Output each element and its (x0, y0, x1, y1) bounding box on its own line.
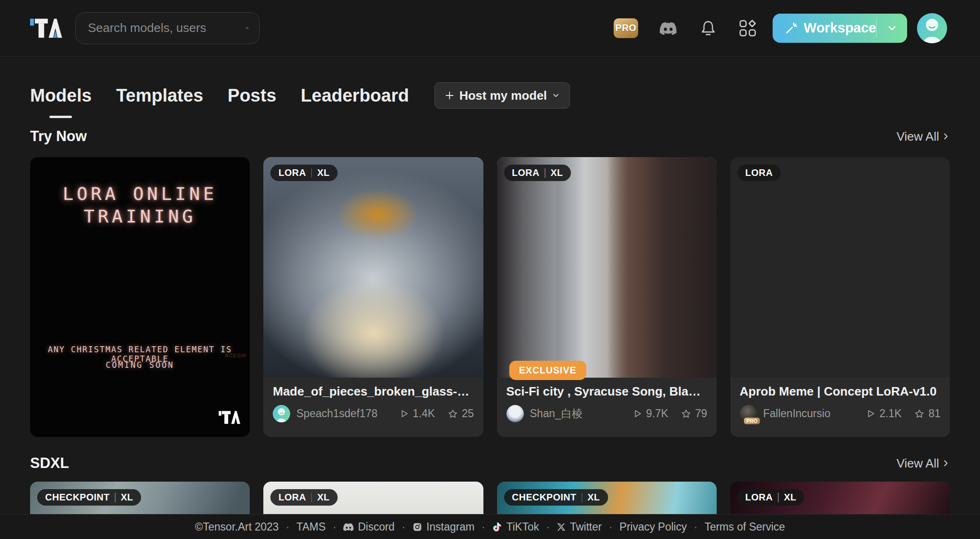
model-type-badge: LORA XL (504, 165, 571, 181)
model-type-badge: LORAXL (737, 489, 805, 506)
model-card-image-scifi-city[interactable]: LORA XL EXCLUSIVE (497, 157, 717, 378)
author-avatar[interactable]: PRO (740, 405, 757, 422)
notifications-bell-icon[interactable] (700, 20, 716, 37)
badge-lora: LORA (278, 167, 306, 178)
tensor-art-homepage: { "header": { "logo": "TA", "search": { … (0, 0, 980, 539)
stars-stat[interactable]: 81 (914, 407, 940, 420)
pro-badge[interactable]: PRO (614, 18, 638, 38)
footer-link-tams[interactable]: TAMS (296, 521, 325, 533)
model-card-scifi-city[interactable]: LORA XL EXCLUSIVE Sci-Fi city , Syracuse… (497, 157, 717, 437)
search-icon[interactable] (245, 22, 249, 35)
tab-models[interactable]: Models (30, 86, 92, 106)
model-stats: 1.4K 25 (399, 407, 474, 420)
play-icon (632, 409, 642, 419)
sdxl-view-all-link[interactable]: View All (896, 456, 950, 471)
model-title[interactable]: Aprob Meme | Concept LoRA-v1.0 (740, 384, 940, 399)
host-my-model-button[interactable]: Host my model (435, 82, 570, 109)
footer-separator: · (402, 521, 405, 533)
tab-leaderboard[interactable]: Leaderboard (301, 86, 409, 106)
author-row: Speach1sdef178 1.4K 25 (273, 405, 474, 422)
model-stats: 2.1K 81 (866, 407, 940, 420)
x-twitter-icon (557, 523, 566, 531)
author-name[interactable]: Shan_白棱 (530, 406, 632, 421)
footer-link-terms-of-service[interactable]: Terms of Service (704, 521, 785, 533)
magic-wand-icon (785, 21, 798, 35)
section-title-sdxl: SDXL (30, 455, 69, 472)
host-my-model-label: Host my model (459, 88, 547, 103)
author-name[interactable]: Speach1sdef178 (296, 407, 399, 420)
chevron-right-icon (941, 132, 950, 141)
model-type-badge: LORAXL (270, 489, 338, 506)
model-title[interactable]: Made_of_pieces_broken_glass-Pie... (273, 384, 474, 399)
view-all-label: View All (896, 456, 939, 471)
author-avatar[interactable] (273, 405, 290, 422)
model-card-footer: Aprob Meme | Concept LoRA-v1.0 PRO Falle… (730, 378, 950, 437)
runs-stat: 9.7K (632, 407, 668, 420)
user-avatar[interactable] (917, 13, 947, 43)
host-chevron-down-icon (552, 91, 560, 100)
footer-copyright: ©Tensor.Art 2023 (195, 521, 279, 533)
footer-link-privacy-policy[interactable]: Privacy Policy (619, 521, 687, 533)
tab-templates[interactable]: Templates (116, 86, 203, 106)
workspace-button[interactable]: Workspace (773, 14, 907, 43)
stars-stat[interactable]: 79 (681, 407, 707, 420)
sdxl-section-header: SDXL View All (30, 455, 950, 472)
author-pro-badge: PRO (744, 418, 760, 424)
star-icon (681, 409, 691, 419)
footer-separator: · (482, 521, 485, 533)
workspace-label: Workspace (804, 20, 876, 36)
discord-icon[interactable] (660, 22, 677, 35)
footer-link-discord[interactable]: Discord (343, 521, 395, 533)
tab-posts[interactable]: Posts (228, 86, 276, 106)
model-card-image-lion-crown[interactable]: LORA XL (263, 157, 483, 378)
try-now-card-grid: LORA ONLINE TRAINING ANY CHRISTMAS RELAT… (30, 157, 950, 437)
model-card-image-anime-girl[interactable]: LORA (730, 157, 950, 378)
badge-divider (545, 168, 545, 178)
star-icon (448, 409, 458, 419)
author-row: Shan_白棱 9.7K 79 (506, 405, 707, 422)
tensor-art-logo[interactable] (30, 17, 62, 40)
discord-icon (343, 523, 354, 531)
model-type-badge: LORA (737, 165, 781, 181)
model-stats: 9.7K 79 (632, 407, 707, 420)
author-avatar[interactable] (506, 405, 524, 422)
workspace-chevron-down-icon[interactable] (877, 23, 907, 34)
footer-separator: · (546, 521, 550, 533)
model-type-badge: CHECKPOINTXL (37, 489, 141, 506)
try-now-section-header: Try Now View All (30, 128, 950, 145)
star-icon (914, 409, 925, 419)
play-icon (866, 409, 876, 419)
promo-watermark: ACEGIF (225, 353, 247, 358)
try-now-view-all-link[interactable]: View All (896, 129, 950, 144)
model-card-footer: Sci-Fi city , Syracuse Song, Black a... … (497, 378, 717, 437)
top-navbar: PRO Workspace (0, 0, 980, 56)
lora-online-training-promo-card[interactable]: LORA ONLINE TRAINING ANY CHRISTMAS RELAT… (30, 157, 250, 437)
model-title[interactable]: Sci-Fi city , Syracuse Song, Black a... (506, 384, 707, 399)
plus-icon (444, 90, 455, 101)
runs-stat: 2.1K (866, 407, 901, 420)
section-title-try-now: Try Now (30, 128, 87, 145)
footer-link-instagram[interactable]: Instagram (412, 521, 474, 533)
promo-ta-logo (219, 410, 240, 425)
footer-link-twitter[interactable]: Twitter (557, 521, 602, 533)
footer-separator: · (694, 521, 697, 533)
footer-separator: · (286, 521, 290, 533)
search-bar[interactable] (75, 12, 260, 44)
stars-stat[interactable]: 25 (448, 407, 474, 420)
model-card-broken-glass[interactable]: LORA XL Made_of_pieces_broken_glass-Pie.… (263, 157, 483, 437)
runs-stat: 1.4K (399, 407, 435, 420)
author-row: PRO FallenIncursio 2.1K 81 (740, 405, 940, 422)
model-card-aprob-meme[interactable]: LORA Aprob Meme | Concept LoRA-v1.0 PRO … (730, 157, 950, 437)
apps-grid-icon[interactable] (739, 19, 757, 37)
main-nav-tabs: Models Templates Posts Leaderboard Host … (30, 83, 950, 108)
chevron-right-icon (941, 459, 950, 468)
badge-xl: XL (551, 167, 563, 178)
header-actions: PRO Workspace (614, 13, 947, 43)
instagram-icon (412, 522, 422, 532)
search-input[interactable] (88, 21, 245, 35)
footer-link-tiktok[interactable]: TiKTok (492, 521, 539, 533)
author-name[interactable]: FallenIncursio (763, 407, 866, 420)
site-footer: ©Tensor.Art 2023 · TAMS · Discord · Inst… (0, 514, 980, 539)
model-card-footer: Made_of_pieces_broken_glass-Pie... Speac… (263, 378, 483, 437)
badge-lora: LORA (512, 167, 540, 178)
